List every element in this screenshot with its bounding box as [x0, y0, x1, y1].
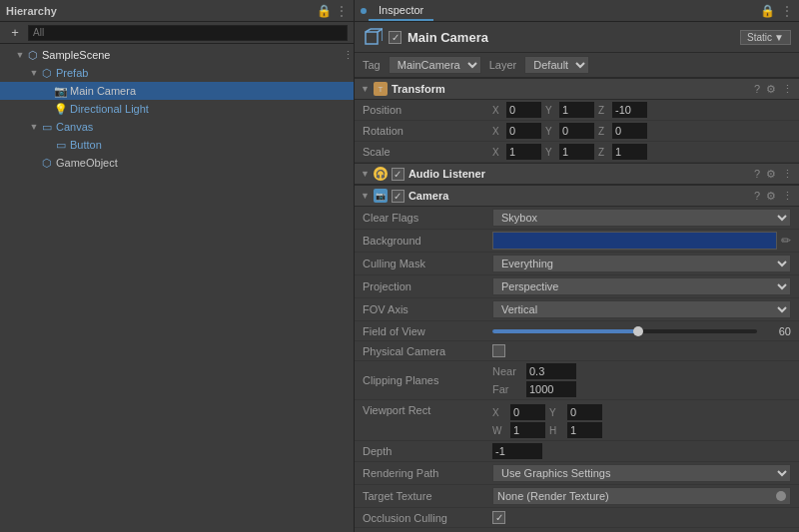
scale-y-input[interactable] [559, 144, 594, 160]
hierarchy-lock-icon[interactable]: 🔒 [317, 4, 332, 18]
audio-listener-header-left: ▼ 🎧 Audio Listener [361, 167, 750, 181]
tag-layer-row: Tag MainCamera Layer Default [355, 53, 799, 78]
tree-item-gameobject[interactable]: ⬡ GameObject [0, 154, 354, 172]
canvas-arrow: ▼ [28, 121, 40, 133]
near-input[interactable] [526, 363, 576, 379]
layer-label: Layer [489, 59, 517, 71]
viewport-x-input[interactable] [510, 404, 545, 420]
hierarchy-search-input[interactable] [28, 25, 348, 41]
scale-row: Scale X Y Z [355, 142, 799, 163]
camera-comp-arrow[interactable]: ▼ [361, 191, 370, 201]
directional-light-label: Directional Light [70, 103, 149, 115]
inspector-header-icons: 🔒 ⋮ [760, 4, 793, 18]
occlusion-culling-label: Occlusion Culling [363, 512, 492, 524]
object-cube-icon [363, 27, 383, 47]
scale-x-input[interactable] [506, 144, 541, 160]
scene-menu[interactable]: ⋮ [343, 49, 354, 62]
hierarchy-add-button[interactable]: + [6, 24, 24, 42]
projection-value: Perspective [492, 277, 791, 295]
position-y-input[interactable] [559, 102, 594, 118]
camera-help-icon[interactable]: ? [754, 190, 760, 202]
culling-mask-select[interactable]: Everything [492, 255, 791, 272]
position-z-input[interactable] [612, 102, 647, 118]
culling-mask-label: Culling Mask [363, 258, 492, 269]
position-xyz: X Y Z [492, 102, 791, 118]
tree-item-main-camera[interactable]: 📷 Main Camera [0, 82, 354, 100]
occlusion-culling-value [492, 511, 791, 524]
tree-item-prefab[interactable]: ▼ ⬡ Prefab [0, 64, 354, 82]
target-texture-row: Target Texture None (Render Texture) [355, 485, 799, 508]
target-texture-select[interactable]: None (Render Texture) [492, 487, 791, 505]
projection-select[interactable]: Perspective [492, 277, 791, 295]
rotation-x-input[interactable] [506, 123, 541, 139]
transform-menu-icon[interactable]: ⋮ [782, 83, 793, 96]
scale-x-label: X [492, 147, 502, 158]
depth-input[interactable] [492, 443, 542, 459]
transform-help-icon[interactable]: ? [754, 83, 760, 95]
hierarchy-header: Hierarchy 🔒 ⋮ [0, 0, 354, 22]
depth-row: Depth [355, 441, 799, 462]
audio-help-icon[interactable]: ? [754, 168, 760, 180]
camera-settings-icon[interactable]: ⚙ [766, 190, 776, 203]
projection-row: Projection Perspective [355, 275, 799, 298]
fov-axis-select[interactable]: Vertical [492, 300, 791, 318]
pos-z-label: Z [598, 105, 608, 116]
layer-select[interactable]: Default [524, 56, 589, 74]
static-button[interactable]: Static ▼ [740, 30, 791, 45]
object-enabled-checkbox[interactable] [389, 31, 401, 44]
camera-comp-icon: 📷 [374, 189, 388, 203]
tree-item-directional-light[interactable]: 💡 Directional Light [0, 100, 354, 118]
transform-arrow[interactable]: ▼ [361, 84, 370, 94]
background-edit-icon[interactable]: ✏ [781, 234, 791, 248]
light-tree-icon: 💡 [54, 102, 68, 116]
tree-item-canvas[interactable]: ▼ ▭ Canvas [0, 118, 354, 136]
rotation-y-input[interactable] [559, 123, 594, 139]
vp-w-label: W [492, 425, 506, 436]
prefab-icon: ⬡ [40, 66, 54, 80]
rendering-path-row: Rendering Path Use Graphics Settings [355, 462, 799, 485]
static-btn-inner[interactable]: Static ▼ [740, 30, 791, 45]
camera-arrow [42, 85, 54, 97]
background-color-swatch[interactable] [492, 232, 777, 250]
viewport-h-input[interactable] [567, 422, 602, 438]
viewport-y-input[interactable] [567, 404, 602, 420]
far-input[interactable] [526, 381, 576, 397]
background-value: ✏ [492, 232, 791, 250]
inspector-menu-icon[interactable]: ⋮ [781, 4, 793, 18]
audio-settings-icon[interactable]: ⚙ [766, 168, 776, 181]
transform-component-icons: ? ⚙ ⋮ [754, 83, 793, 96]
inspector-tab[interactable]: Inspector [369, 1, 433, 21]
object-name: Main Camera [407, 30, 488, 45]
viewport-w-input[interactable] [510, 422, 545, 438]
audio-menu-icon[interactable]: ⋮ [782, 168, 793, 181]
fov-slider-thumb[interactable] [633, 326, 643, 336]
clear-flags-select[interactable]: Skybox [492, 209, 791, 227]
physical-camera-checkbox[interactable] [492, 344, 505, 357]
clipping-values: Near Far [492, 363, 791, 397]
hierarchy-menu-icon[interactable]: ⋮ [336, 4, 348, 18]
audio-listener-title: Audio Listener [408, 168, 485, 180]
camera-menu-icon[interactable]: ⋮ [782, 190, 793, 203]
rendering-path-label: Rendering Path [363, 467, 492, 479]
rotation-label: Rotation [363, 125, 492, 137]
audio-arrow[interactable]: ▼ [361, 169, 370, 179]
scale-z-input[interactable] [612, 144, 647, 160]
rendering-path-value: Use Graphics Settings [492, 464, 791, 482]
position-label: Position [363, 104, 492, 116]
position-x-input[interactable] [506, 102, 541, 118]
camera-enabled-checkbox[interactable] [392, 190, 404, 203]
viewport-rect-values: X Y W H [492, 404, 791, 438]
tree-item-sample-scene[interactable]: ▼ ⬡ SampleScene ⋮ [0, 46, 354, 64]
field-of-view-row: Field of View 60 [355, 321, 799, 341]
tree-item-button[interactable]: ▭ Button [0, 136, 354, 154]
rotation-z-input[interactable] [612, 123, 647, 139]
main-camera-label: Main Camera [70, 85, 136, 97]
transform-settings-icon[interactable]: ⚙ [766, 83, 776, 96]
audio-listener-enabled[interactable] [392, 168, 404, 181]
prefab-label: Prefab [56, 67, 88, 79]
tag-select[interactable]: MainCamera [389, 56, 481, 74]
occlusion-culling-checkbox[interactable] [492, 511, 505, 524]
inspector-lock-icon[interactable]: 🔒 [760, 4, 775, 18]
rendering-path-select[interactable]: Use Graphics Settings [492, 464, 791, 482]
fov-slider-track[interactable] [492, 329, 757, 333]
